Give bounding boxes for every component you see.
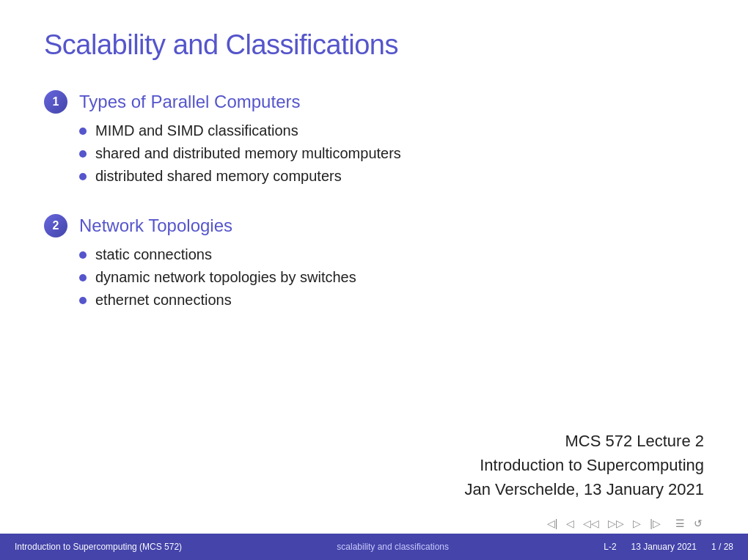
bullet-dot-icon xyxy=(79,173,87,180)
bottom-line1: MCS 572 Lecture 2 xyxy=(464,429,704,453)
footer-bar: Introduction to Supercomputing (MCS 572)… xyxy=(0,534,748,560)
section-2-header: 2 Network Topologies xyxy=(44,214,704,237)
section-1-header: 1 Types of Parallel Computers xyxy=(44,90,704,114)
footer-right-text: L-2 13 January 2021 1 / 28 xyxy=(604,542,733,552)
bullet-dot-icon xyxy=(79,274,87,281)
bottom-info: MCS 572 Lecture 2 Introduction to Superc… xyxy=(464,429,704,501)
nav-next-button[interactable]: ▷ xyxy=(631,517,642,529)
section-2-number: 2 xyxy=(44,214,67,237)
slide: Scalability and Classifications 1 Types … xyxy=(0,0,748,560)
list-item: ethernet connections xyxy=(79,292,704,309)
footer-left-text: Introduction to Supercomputing (MCS 572) xyxy=(15,542,182,552)
section-1: 1 Types of Parallel Computers MIMD and S… xyxy=(44,90,704,185)
bullet-dot-icon xyxy=(79,128,87,135)
nav-refresh-button[interactable]: ↺ xyxy=(692,517,704,529)
bullet-dot-icon xyxy=(79,150,87,158)
footer-slide-label: L-2 xyxy=(604,542,616,552)
bullet-dot-icon xyxy=(79,251,87,259)
slide-title: Scalability and Classifications xyxy=(44,29,704,61)
nav-first-button[interactable]: ◁| xyxy=(546,517,560,529)
bullet-text: dynamic network topologies by switches xyxy=(95,269,356,286)
footer-center-text: scalability and classifications xyxy=(337,542,449,552)
list-item: MIMD and SIMD classifications xyxy=(79,122,704,139)
list-item: dynamic network topologies by switches xyxy=(79,269,704,286)
section-2-title: Network Topologies xyxy=(79,215,232,236)
nav-toc-button[interactable]: ☰ xyxy=(674,517,686,529)
section-1-title: Types of Parallel Computers xyxy=(79,92,300,112)
section-1-number: 1 xyxy=(44,90,67,114)
footer-page: 1 / 28 xyxy=(711,542,733,552)
nav-prev-section-button[interactable]: ◁◁ xyxy=(582,517,601,529)
bottom-line3: Jan Verschelde, 13 January 2021 xyxy=(464,477,704,501)
section-2-bullets: static connections dynamic network topol… xyxy=(44,246,704,309)
bullet-dot-icon xyxy=(79,297,87,304)
nav-controls[interactable]: ◁| ◁ ◁◁ ▷▷ ▷ |▷ ☰ ↺ xyxy=(546,517,704,529)
section-2: 2 Network Topologies static connections … xyxy=(44,214,704,309)
nav-prev-button[interactable]: ◁ xyxy=(565,517,576,529)
bottom-line2: Introduction to Supercomputing xyxy=(464,453,704,477)
list-item: static connections xyxy=(79,246,704,263)
bullet-text: distributed shared memory computers xyxy=(95,168,342,185)
bullet-text: MIMD and SIMD classifications xyxy=(95,122,298,139)
list-item: distributed shared memory computers xyxy=(79,168,704,185)
bullet-text: static connections xyxy=(95,246,212,263)
nav-last-button[interactable]: |▷ xyxy=(648,517,662,529)
footer-date: 13 January 2021 xyxy=(631,542,697,552)
nav-next-section-button[interactable]: ▷▷ xyxy=(606,517,626,529)
bullet-text: shared and distributed memory multicompu… xyxy=(95,145,401,162)
content-area: 1 Types of Parallel Computers MIMD and S… xyxy=(44,90,704,309)
section-1-bullets: MIMD and SIMD classifications shared and… xyxy=(44,122,704,185)
bullet-text: ethernet connections xyxy=(95,292,232,309)
list-item: shared and distributed memory multicompu… xyxy=(79,145,704,162)
